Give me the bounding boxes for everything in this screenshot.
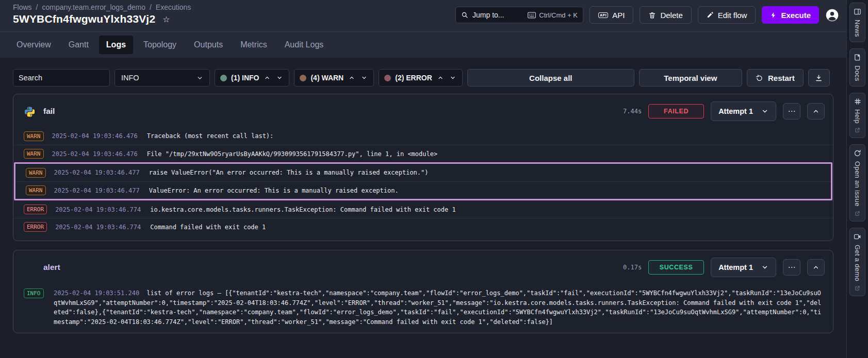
api-button[interactable]: API API bbox=[589, 6, 633, 24]
rail-get-demo-button[interactable]: Get a demo bbox=[849, 228, 865, 296]
chevron-down-icon bbox=[196, 75, 203, 81]
collapse-all-button[interactable]: Collapse all bbox=[467, 69, 634, 87]
jump-to-label: Jump to... bbox=[472, 11, 523, 19]
tab-topology[interactable]: Topology bbox=[136, 36, 184, 54]
chevron-up-icon bbox=[812, 264, 820, 271]
rail-docs-button[interactable]: Docs bbox=[849, 48, 865, 87]
execute-button[interactable]: Execute bbox=[762, 6, 819, 24]
top-bar: Flows / company.team.error_logs_demo / E… bbox=[0, 0, 846, 32]
log-row: WARN 2025-02-04 19:03:46.477 raise Value… bbox=[15, 164, 831, 181]
rail-help-button[interactable]: Help bbox=[849, 93, 865, 139]
tab-gantt[interactable]: Gantt bbox=[61, 36, 96, 54]
chevron-down-icon[interactable] bbox=[449, 75, 457, 81]
task-log-panel-alert: alert 0.17s SUCCESS Attempt 1 ⋯ bbox=[13, 250, 833, 333]
rail-open-issue-button[interactable]: Open an issue bbox=[849, 144, 865, 221]
panel-header: fail 7.44s FAILED Attempt 1 ⋯ bbox=[13, 94, 833, 127]
collapse-panel-button[interactable] bbox=[807, 103, 825, 120]
download-logs-button[interactable] bbox=[808, 69, 830, 87]
api-icon: API bbox=[598, 12, 608, 18]
task-name[interactable]: alert bbox=[43, 263, 60, 272]
task-duration: 0.17s bbox=[623, 264, 642, 271]
error-level-badge: ERROR bbox=[24, 204, 47, 214]
chevron-down-icon[interactable] bbox=[360, 75, 368, 81]
favorite-star-icon[interactable]: ☆ bbox=[162, 14, 170, 24]
rail-news-button[interactable]: News bbox=[849, 3, 865, 42]
warn-count-chip[interactable]: (4) WARN bbox=[294, 69, 374, 87]
pencil-icon bbox=[707, 11, 714, 19]
video-icon bbox=[854, 233, 861, 241]
main-area: Flows / company.team.error_logs_demo / E… bbox=[0, 0, 846, 358]
log-row: INFO 2025-02-04 19:03:51.240list of erro… bbox=[13, 283, 833, 333]
status-badge-failed: FAILED bbox=[648, 104, 704, 118]
title-row: 5WYBCfn4fwgwuYlxh33Vj2 ☆ bbox=[13, 13, 191, 25]
external-link-icon bbox=[855, 127, 860, 133]
ellipsis-icon: ⋯ bbox=[788, 107, 796, 116]
highlighted-log-selection: WARN 2025-02-04 19:03:46.477 raise Value… bbox=[14, 162, 832, 200]
temporal-view-button[interactable]: Temporal view bbox=[639, 69, 742, 87]
filter-bar: INFO (1) INFO (4) WARN bbox=[13, 69, 833, 87]
right-side-rail: News Docs Help Open an issue bbox=[846, 0, 868, 358]
delete-button[interactable]: Delete bbox=[640, 6, 691, 24]
error-count-chip[interactable]: (2) ERROR bbox=[379, 69, 463, 87]
log-message: io.kestra.core.models.tasks.runners.Task… bbox=[150, 206, 455, 213]
search-input[interactable] bbox=[19, 74, 115, 82]
log-timestamp: 2025-02-04 19:03:46.774 bbox=[55, 206, 141, 213]
user-avatar[interactable] bbox=[825, 8, 839, 22]
breadcrumb-executions[interactable]: Executions bbox=[156, 3, 191, 11]
rail-label: Open an issue bbox=[854, 161, 861, 207]
chevron-up-icon[interactable] bbox=[436, 75, 445, 81]
breadcrumb-flows[interactable]: Flows bbox=[13, 3, 32, 11]
log-row: ERROR 2025-02-04 19:03:46.774 io.kestra.… bbox=[13, 200, 833, 218]
panel-header: alert 0.17s SUCCESS Attempt 1 ⋯ bbox=[13, 250, 833, 283]
log-message: File "/tmp/29xtNw9O5ryarUsByAAKkQ/993099… bbox=[147, 150, 438, 158]
rail-label: Docs bbox=[854, 65, 861, 81]
python-icon bbox=[24, 106, 36, 117]
log-timestamp: 2025-02-04 19:03:46.477 bbox=[54, 187, 140, 194]
log-row: ERROR 2025-02-04 19:03:46.774 Command fa… bbox=[13, 218, 833, 235]
download-icon bbox=[815, 74, 823, 82]
tab-outputs[interactable]: Outputs bbox=[187, 36, 230, 54]
keyboard-icon bbox=[528, 12, 536, 19]
external-link-icon bbox=[855, 285, 860, 291]
logs-content: INFO (1) INFO (4) WARN bbox=[0, 58, 846, 358]
restart-button[interactable]: Restart bbox=[747, 69, 804, 87]
log-row: WARN 2025-02-04 19:03:46.476 File "/tmp/… bbox=[13, 145, 833, 162]
more-options-button[interactable]: ⋯ bbox=[783, 103, 800, 120]
log-timestamp: 2025-02-04 19:03:46.476 bbox=[52, 132, 138, 140]
chevron-down-icon[interactable] bbox=[275, 75, 284, 81]
info-level-dot bbox=[220, 75, 227, 81]
warn-level-dot bbox=[300, 75, 306, 81]
info-count-chip[interactable]: (1) INFO bbox=[215, 69, 289, 87]
log-message: list of error logs — [{"tenantId":"kestr… bbox=[54, 289, 821, 326]
edit-flow-button[interactable]: Edit flow bbox=[698, 6, 756, 24]
jump-to-search[interactable]: Jump to... Ctrl/Cmd + K bbox=[455, 7, 583, 23]
log-message: Command failed with exit code 1 bbox=[150, 224, 266, 231]
attempt-select[interactable]: Attempt 1 bbox=[711, 258, 776, 277]
task-name[interactable]: fail bbox=[43, 107, 55, 116]
collapse-panel-button[interactable] bbox=[807, 259, 825, 276]
tab-metrics[interactable]: Metrics bbox=[233, 36, 274, 54]
attempt-select[interactable]: Attempt 1 bbox=[711, 101, 776, 121]
log-level-select[interactable]: INFO bbox=[114, 69, 210, 87]
breadcrumb: Flows / company.team.error_logs_demo / E… bbox=[13, 3, 191, 11]
top-bar-left: Flows / company.team.error_logs_demo / E… bbox=[13, 3, 191, 25]
rail-label: Help bbox=[854, 109, 861, 124]
warn-level-badge: WARN bbox=[24, 131, 44, 141]
breadcrumb-separator: / bbox=[36, 3, 38, 11]
chevron-up-icon bbox=[812, 108, 820, 115]
tab-logs[interactable]: Logs bbox=[99, 36, 133, 54]
error-level-badge: ERROR bbox=[24, 222, 47, 232]
ellipsis-icon: ⋯ bbox=[788, 263, 796, 272]
page-title: 5WYBCfn4fwgwuYlxh33Vj2 bbox=[13, 13, 155, 25]
log-timestamp: 2025-02-04 19:03:46.476 bbox=[52, 150, 138, 158]
tab-overview[interactable]: Overview bbox=[9, 36, 58, 54]
warn-level-badge: WARN bbox=[26, 168, 46, 178]
more-options-button[interactable]: ⋯ bbox=[783, 259, 800, 276]
task-duration: 7.44s bbox=[623, 108, 642, 115]
chevron-up-icon[interactable] bbox=[348, 75, 356, 81]
chevron-up-icon[interactable] bbox=[263, 75, 271, 81]
breadcrumb-namespace-flow[interactable]: company.team.error_logs_demo bbox=[42, 3, 145, 11]
warn-level-badge: WARN bbox=[24, 149, 44, 159]
tab-audit-logs[interactable]: Audit Logs bbox=[277, 36, 331, 54]
restart-icon bbox=[756, 74, 763, 82]
